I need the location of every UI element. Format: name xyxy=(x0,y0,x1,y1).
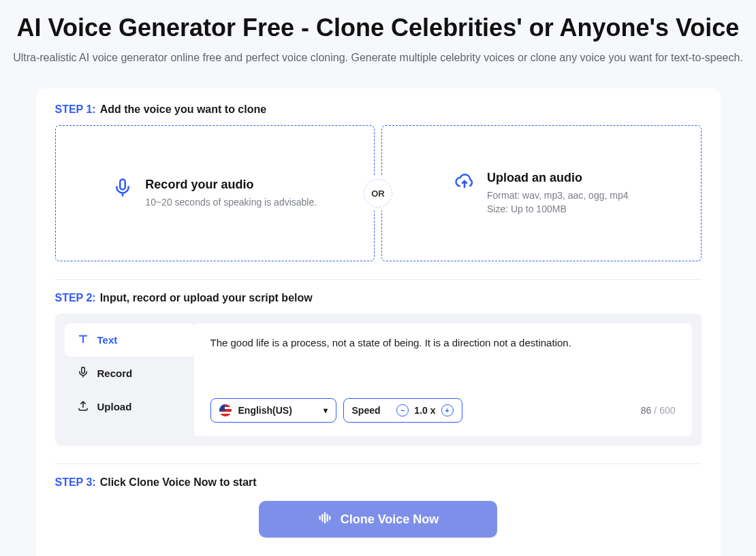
upload-icon xyxy=(77,399,89,414)
char-count-max: 600 xyxy=(659,405,675,416)
step1-options: Record your audio 10~20 seconds of speak… xyxy=(55,125,702,261)
step1-label: STEP 1: xyxy=(55,103,96,116)
tab-text[interactable]: Text xyxy=(65,323,194,357)
divider xyxy=(55,279,702,280)
record-audio-box[interactable]: Record your audio 10~20 seconds of speak… xyxy=(55,125,375,261)
chevron-down-icon: ▾ xyxy=(324,406,328,415)
tab-text-label: Text xyxy=(97,334,118,346)
clone-voice-button[interactable]: Clone Voice Now xyxy=(259,501,497,538)
step2-text: Input, record or upload your script belo… xyxy=(100,292,313,304)
microphone-icon xyxy=(112,178,133,201)
svg-rect-2 xyxy=(81,367,84,374)
divider xyxy=(55,463,702,464)
or-divider: OR xyxy=(364,179,392,208)
upload-size: Size: Up to 100MB xyxy=(487,203,629,216)
upload-title: Upload an audio xyxy=(487,171,629,185)
text-icon xyxy=(77,333,89,347)
step2-body: Text Record Upload The good life is a pr… xyxy=(55,314,702,446)
step3-head: STEP 3: Click Clone Voice Now to start xyxy=(55,476,702,489)
step2-label: STEP 2: xyxy=(55,292,96,304)
microphone-icon xyxy=(77,366,89,380)
main-card: STEP 1: Add the voice you want to clone … xyxy=(36,88,721,556)
speed-label: Speed xyxy=(352,405,381,416)
speed-value: 1.0 x xyxy=(414,405,435,416)
script-controls: English(US) ▾ Speed − 1.0 x + 86 xyxy=(210,398,676,423)
tab-upload-label: Upload xyxy=(97,401,132,412)
svg-rect-0 xyxy=(121,179,126,189)
tab-upload[interactable]: Upload xyxy=(65,390,194,423)
language-select[interactable]: English(US) ▾ xyxy=(210,398,336,423)
input-mode-tabs: Text Record Upload xyxy=(65,323,194,436)
waveform-icon xyxy=(317,510,332,529)
cloud-upload-icon xyxy=(454,171,475,194)
speed-decrease-button[interactable]: − xyxy=(396,404,409,416)
step3-text: Click Clone Voice Now to start xyxy=(100,476,257,489)
us-flag-icon xyxy=(219,404,232,416)
script-panel: The good life is a process, not a state … xyxy=(194,323,692,436)
speed-increase-button[interactable]: + xyxy=(441,404,454,416)
script-textarea[interactable]: The good life is a process, not a state … xyxy=(210,337,676,385)
record-hint: 10~20 seconds of speaking is advisable. xyxy=(145,196,317,210)
step2-head: STEP 2: Input, record or upload your scr… xyxy=(55,292,702,304)
tab-record-label: Record xyxy=(97,367,133,379)
page-subtitle: Ultra-realistic AI voice generator onlin… xyxy=(0,52,756,64)
language-value: English(US) xyxy=(238,405,292,416)
upload-audio-box[interactable]: Upload an audio Format: wav, mp3, aac, o… xyxy=(381,125,702,261)
upload-format: Format: wav, mp3, aac, ogg, mp4 xyxy=(487,189,629,203)
char-count-current: 86 xyxy=(641,405,652,416)
step1-head: STEP 1: Add the voice you want to clone xyxy=(55,103,702,116)
page-title: AI Voice Generator Free - Clone Celebrit… xyxy=(0,14,756,42)
record-title: Record your audio xyxy=(145,178,317,192)
char-count-sep: / xyxy=(654,405,657,416)
char-counter: 86 / 600 xyxy=(641,405,676,416)
cta-label: Clone Voice Now xyxy=(341,512,439,527)
step1-text: Add the voice you want to clone xyxy=(100,103,266,116)
speed-control[interactable]: Speed − 1.0 x + xyxy=(343,398,462,423)
step3-label: STEP 3: xyxy=(55,476,96,489)
tab-record[interactable]: Record xyxy=(65,357,194,390)
